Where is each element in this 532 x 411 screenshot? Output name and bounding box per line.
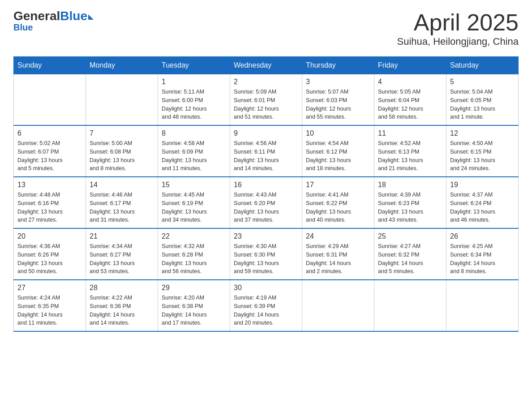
day-number: 21	[90, 232, 154, 240]
day-number: 15	[162, 181, 226, 189]
calendar-table: SundayMondayTuesdayWednesdayThursdayFrid…	[13, 56, 519, 332]
day-number: 8	[162, 129, 226, 137]
week-row-5: 27Sunrise: 4:24 AM Sunset: 6:35 PM Dayli…	[14, 280, 519, 331]
calendar-cell	[446, 280, 519, 331]
day-info: Sunrise: 4:45 AM Sunset: 6:19 PM Dayligh…	[162, 191, 226, 224]
calendar-cell: 17Sunrise: 4:41 AM Sunset: 6:22 PM Dayli…	[302, 177, 374, 228]
weekday-header-thursday: Thursday	[302, 57, 374, 74]
calendar-cell: 14Sunrise: 4:46 AM Sunset: 6:17 PM Dayli…	[86, 177, 158, 228]
day-number: 20	[17, 232, 82, 240]
day-number: 24	[306, 232, 370, 240]
day-info: Sunrise: 4:29 AM Sunset: 6:31 PM Dayligh…	[306, 242, 370, 276]
calendar-cell: 19Sunrise: 4:37 AM Sunset: 6:24 PM Dayli…	[446, 177, 519, 228]
day-info: Sunrise: 4:30 AM Sunset: 6:30 PM Dayligh…	[234, 242, 298, 276]
calendar-cell: 25Sunrise: 4:27 AM Sunset: 6:32 PM Dayli…	[374, 228, 446, 280]
day-info: Sunrise: 4:54 AM Sunset: 6:12 PM Dayligh…	[306, 139, 370, 173]
month-title: April 2025	[397, 9, 519, 36]
calendar-cell	[14, 74, 86, 126]
day-info: Sunrise: 5:05 AM Sunset: 6:04 PM Dayligh…	[378, 88, 442, 121]
day-number: 28	[90, 284, 154, 292]
calendar-cell: 1Sunrise: 5:11 AM Sunset: 6:00 PM Daylig…	[158, 74, 230, 126]
calendar-cell: 23Sunrise: 4:30 AM Sunset: 6:30 PM Dayli…	[230, 228, 302, 280]
day-number: 19	[450, 181, 515, 189]
calendar-cell: 24Sunrise: 4:29 AM Sunset: 6:31 PM Dayli…	[302, 228, 374, 280]
day-info: Sunrise: 4:41 AM Sunset: 6:22 PM Dayligh…	[306, 191, 370, 224]
day-info: Sunrise: 4:37 AM Sunset: 6:24 PM Dayligh…	[450, 191, 515, 224]
day-number: 2	[234, 78, 298, 86]
day-number: 12	[450, 129, 515, 137]
day-number: 14	[90, 181, 154, 189]
calendar-cell: 22Sunrise: 4:32 AM Sunset: 6:28 PM Dayli…	[158, 228, 230, 280]
title-section: April 2025 Suihua, Heilongjiang, China	[397, 9, 519, 47]
day-info: Sunrise: 4:52 AM Sunset: 6:13 PM Dayligh…	[378, 139, 442, 173]
day-info: Sunrise: 4:56 AM Sunset: 6:11 PM Dayligh…	[234, 139, 298, 173]
day-info: Sunrise: 4:20 AM Sunset: 6:38 PM Dayligh…	[162, 294, 226, 327]
day-number: 4	[378, 78, 442, 86]
day-number: 3	[306, 78, 370, 86]
calendar-cell: 3Sunrise: 5:07 AM Sunset: 6:03 PM Daylig…	[302, 74, 374, 126]
day-info: Sunrise: 5:11 AM Sunset: 6:00 PM Dayligh…	[162, 88, 226, 121]
day-number: 23	[234, 232, 298, 240]
calendar-cell: 11Sunrise: 4:52 AM Sunset: 6:13 PM Dayli…	[374, 125, 446, 177]
calendar-cell: 10Sunrise: 4:54 AM Sunset: 6:12 PM Dayli…	[302, 125, 374, 177]
day-number: 17	[306, 181, 370, 189]
day-number: 13	[17, 181, 82, 189]
page-header: General Blue Blue April 2025 Suihua, Hei…	[13, 9, 519, 47]
calendar-cell: 30Sunrise: 4:19 AM Sunset: 6:39 PM Dayli…	[230, 280, 302, 331]
weekday-header-friday: Friday	[374, 57, 446, 74]
day-number: 22	[162, 232, 226, 240]
day-info: Sunrise: 4:22 AM Sunset: 6:36 PM Dayligh…	[90, 294, 154, 327]
day-info: Sunrise: 5:02 AM Sunset: 6:07 PM Dayligh…	[17, 139, 82, 173]
calendar-cell	[302, 280, 374, 331]
day-info: Sunrise: 5:04 AM Sunset: 6:05 PM Dayligh…	[450, 88, 515, 121]
day-number: 25	[378, 232, 442, 240]
calendar-cell: 8Sunrise: 4:58 AM Sunset: 6:09 PM Daylig…	[158, 125, 230, 177]
day-info: Sunrise: 4:48 AM Sunset: 6:16 PM Dayligh…	[17, 191, 82, 224]
day-number: 10	[306, 129, 370, 137]
calendar-cell: 9Sunrise: 4:56 AM Sunset: 6:11 PM Daylig…	[230, 125, 302, 177]
calendar-cell: 20Sunrise: 4:36 AM Sunset: 6:26 PM Dayli…	[14, 228, 86, 280]
day-info: Sunrise: 4:39 AM Sunset: 6:23 PM Dayligh…	[378, 191, 442, 224]
day-number: 9	[234, 129, 298, 137]
day-info: Sunrise: 4:27 AM Sunset: 6:32 PM Dayligh…	[378, 242, 442, 276]
logo: General Blue Blue	[13, 9, 94, 33]
weekday-header-row: SundayMondayTuesdayWednesdayThursdayFrid…	[14, 57, 519, 74]
calendar-cell: 27Sunrise: 4:24 AM Sunset: 6:35 PM Dayli…	[14, 280, 86, 331]
weekday-header-wednesday: Wednesday	[230, 57, 302, 74]
week-row-3: 13Sunrise: 4:48 AM Sunset: 6:16 PM Dayli…	[14, 177, 519, 228]
day-info: Sunrise: 4:32 AM Sunset: 6:28 PM Dayligh…	[162, 242, 226, 276]
calendar-cell	[86, 74, 158, 126]
calendar-cell: 6Sunrise: 5:02 AM Sunset: 6:07 PM Daylig…	[14, 125, 86, 177]
calendar-cell: 4Sunrise: 5:05 AM Sunset: 6:04 PM Daylig…	[374, 74, 446, 126]
day-info: Sunrise: 4:19 AM Sunset: 6:39 PM Dayligh…	[234, 294, 298, 327]
logo-triangle-icon	[88, 14, 94, 20]
calendar-cell: 7Sunrise: 5:00 AM Sunset: 6:08 PM Daylig…	[86, 125, 158, 177]
location-title: Suihua, Heilongjiang, China	[397, 36, 519, 47]
weekday-header-monday: Monday	[86, 57, 158, 74]
day-number: 5	[450, 78, 515, 86]
logo-subtitle: Blue	[13, 22, 33, 33]
calendar-cell: 26Sunrise: 4:25 AM Sunset: 6:34 PM Dayli…	[446, 228, 519, 280]
weekday-header-tuesday: Tuesday	[158, 57, 230, 74]
day-number: 7	[90, 129, 154, 137]
calendar-cell: 16Sunrise: 4:43 AM Sunset: 6:20 PM Dayli…	[230, 177, 302, 228]
day-info: Sunrise: 4:46 AM Sunset: 6:17 PM Dayligh…	[90, 191, 154, 224]
calendar-cell: 12Sunrise: 4:50 AM Sunset: 6:15 PM Dayli…	[446, 125, 519, 177]
calendar-cell: 15Sunrise: 4:45 AM Sunset: 6:19 PM Dayli…	[158, 177, 230, 228]
week-row-2: 6Sunrise: 5:02 AM Sunset: 6:07 PM Daylig…	[14, 125, 519, 177]
day-number: 16	[234, 181, 298, 189]
day-number: 27	[17, 284, 82, 292]
day-number: 6	[17, 129, 82, 137]
day-number: 30	[234, 284, 298, 292]
calendar-cell	[374, 280, 446, 331]
calendar-cell: 29Sunrise: 4:20 AM Sunset: 6:38 PM Dayli…	[158, 280, 230, 331]
day-number: 26	[450, 232, 515, 240]
logo-general-text: General	[13, 9, 60, 23]
day-number: 11	[378, 129, 442, 137]
calendar-cell: 21Sunrise: 4:34 AM Sunset: 6:27 PM Dayli…	[86, 228, 158, 280]
calendar-cell: 5Sunrise: 5:04 AM Sunset: 6:05 PM Daylig…	[446, 74, 519, 126]
calendar-cell: 13Sunrise: 4:48 AM Sunset: 6:16 PM Dayli…	[14, 177, 86, 228]
logo-blue-text: Blue	[60, 9, 87, 23]
day-info: Sunrise: 5:07 AM Sunset: 6:03 PM Dayligh…	[306, 88, 370, 121]
day-info: Sunrise: 5:09 AM Sunset: 6:01 PM Dayligh…	[234, 88, 298, 121]
